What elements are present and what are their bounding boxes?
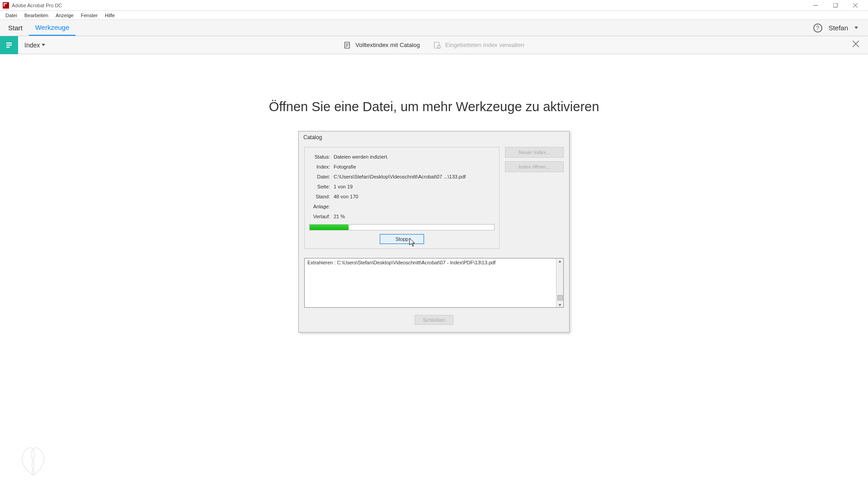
menu-bearbeiten[interactable]: Bearbeiten (21, 13, 52, 18)
close-window-button[interactable] (845, 0, 865, 11)
tabbar: Start Werkzeuge ? Stefan (0, 20, 868, 36)
value-datei: C:\Users\Stefan\Desktop\Videoschnitt\Acr… (334, 174, 495, 179)
value-anlage (334, 204, 495, 209)
log-area: Extrahieren : C:\Users\Stefan\Desktop\Vi… (304, 258, 564, 308)
page-heading: Öffnen Sie eine Datei, um mehr Werkzeuge… (0, 54, 868, 114)
close-tool-button[interactable] (844, 40, 868, 50)
label-index: Index: (309, 164, 334, 169)
minimize-button[interactable] (806, 0, 826, 11)
index-oeffnen-button: Index öffnen... (505, 161, 564, 172)
scroll-up-icon[interactable]: ▴ (559, 258, 561, 263)
watermark-icon (13, 443, 53, 479)
log-content: Extrahieren : C:\Users\Stefan\Desktop\Vi… (305, 258, 563, 267)
tab-werkzeuge[interactable]: Werkzeuge (29, 20, 76, 36)
progress-fill (310, 225, 349, 230)
log-scrollbar[interactable]: ▴ ▾ (556, 258, 563, 307)
value-status: Dateien werden indiziert. (334, 154, 495, 160)
app-title: Adobe Acrobat Pro DC (12, 3, 62, 8)
scroll-down-icon[interactable]: ▾ (559, 302, 561, 307)
tool-eingebettet-label: Eingebetteten Index verwalten (445, 42, 524, 48)
label-verlauf: Verlauf: (309, 214, 334, 219)
progress-bar (309, 224, 495, 230)
value-verlauf: 21 % (334, 214, 495, 219)
scroll-thumb[interactable] (557, 295, 563, 300)
menu-fenster[interactable]: Fenster (77, 13, 101, 18)
user-name[interactable]: Stefan (829, 24, 848, 32)
tool-volltextindex-label: Volltextindex mit Catalog (355, 42, 420, 48)
tool-eingebettet: Eingebetteten Index verwalten (434, 41, 524, 49)
label-stand: Stand: (309, 194, 334, 199)
dialog-title: Catalog (299, 132, 569, 143)
help-icon[interactable]: ? (813, 23, 822, 33)
menubar: Datei Bearbeiten Anzeige Fenster Hilfe (0, 11, 868, 20)
label-seite: Seite: (309, 184, 334, 189)
catalog-dialog: Catalog Status: Dateien werden indiziert… (298, 131, 570, 333)
value-seite: 1 von 19 (334, 184, 495, 189)
menu-anzeige[interactable]: Anzeige (52, 13, 77, 18)
titlebar: Adobe Acrobat Pro DC (0, 0, 868, 11)
value-index: Fotografie (334, 164, 495, 169)
stop-button[interactable]: Stopp (380, 234, 425, 244)
svg-rect-1 (833, 3, 837, 7)
user-dropdown-caret[interactable] (854, 27, 858, 29)
value-stand: 48 von 170 (334, 194, 495, 199)
cursor-icon (409, 238, 415, 247)
schliessen-button: Schließen (415, 315, 454, 325)
maximize-button[interactable] (826, 0, 845, 11)
neuer-index-button: Neuer Index... (505, 147, 564, 158)
label-datei: Datei: (309, 174, 334, 179)
index-tool-icon[interactable] (0, 36, 18, 54)
main-area: Öffnen Sie eine Datei, um mehr Werkzeuge… (0, 54, 868, 488)
label-status: Status: (309, 154, 334, 160)
tab-start[interactable]: Start (2, 20, 29, 35)
chevron-down-icon (42, 44, 45, 46)
status-panel: Status: Dateien werden indiziert. Index:… (304, 147, 500, 249)
window-controls (806, 0, 865, 11)
label-anlage: Anlage: (309, 204, 334, 209)
tool-volltextindex[interactable]: Volltextindex mit Catalog (344, 41, 420, 49)
menu-datei[interactable]: Datei (2, 13, 21, 18)
index-label: Index (24, 42, 40, 49)
menu-hilfe[interactable]: Hilfe (101, 13, 118, 18)
tool-toolbar: Index Volltextindex mit Catalog Eingebet… (0, 36, 868, 54)
index-dropdown[interactable]: Index (18, 42, 52, 49)
app-icon (3, 2, 9, 9)
